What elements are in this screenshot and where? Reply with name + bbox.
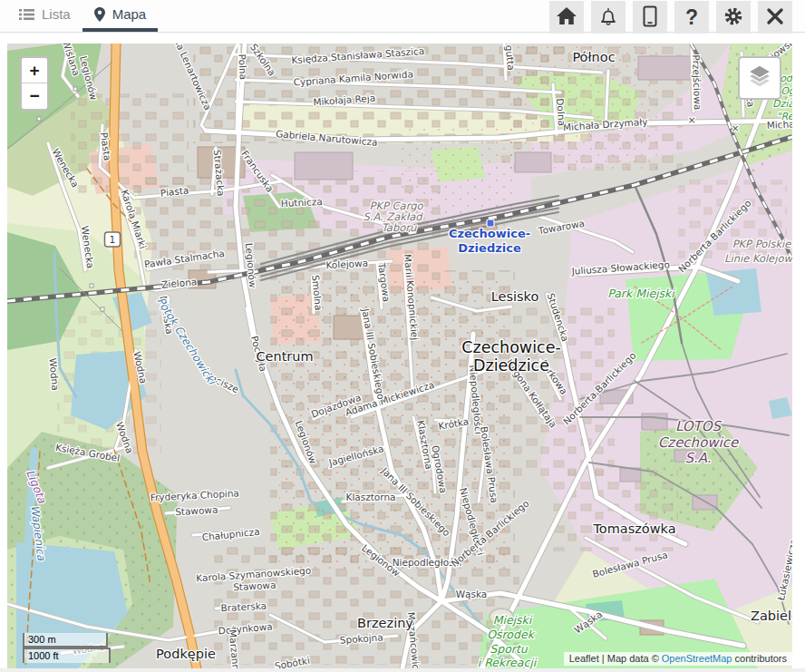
map-label: LOTOS	[675, 418, 723, 434]
map-canvas[interactable]: 1 Księdza Stanisława StaszicaCypriana Ka…	[7, 44, 792, 668]
zoom-in-button[interactable]: +	[22, 58, 47, 83]
page: { "tab_bar": { "tabs": [ {"label": "List…	[0, 0, 805, 672]
attribution-mapdata: Map data ©	[607, 653, 662, 664]
map-label: Polna	[237, 54, 248, 80]
tab-lista[interactable]: Lista	[7, 0, 82, 32]
map-label: Dziedzice	[473, 356, 549, 375]
scale-imperial: 1000 ft	[23, 648, 111, 663]
zoom-out-button[interactable]: −	[22, 83, 47, 109]
map-label: Ośrodek	[487, 628, 535, 641]
map-label: od	[780, 73, 792, 84]
mobile-icon	[643, 5, 657, 30]
svg-text:1: 1	[110, 235, 115, 245]
map-label: Og	[781, 85, 792, 97]
tab-mapa[interactable]: Mapa	[82, 0, 159, 32]
railway-station-icon	[487, 219, 494, 227]
openstreetmap-link[interactable]: OpenStreetMap	[662, 653, 732, 664]
attribution-divider: |	[599, 653, 607, 664]
map-label: S.A.	[684, 450, 711, 466]
map-pin-icon	[94, 7, 105, 22]
close-icon	[766, 7, 784, 28]
map-label: Stawowa	[233, 579, 276, 592]
map-label: Miejski	[493, 613, 533, 627]
map-label: gutta	[504, 44, 517, 71]
top-bar: Lista Mapa ?	[0, 0, 805, 33]
zoom-control: + −	[20, 56, 49, 111]
map-label: Lesisko	[491, 289, 539, 304]
tab-mapa-label: Mapa	[112, 6, 147, 22]
layers-icon	[746, 63, 773, 93]
notifications-button[interactable]	[591, 1, 626, 34]
map-label: Stawowa	[175, 504, 218, 517]
map-label: Zabiele	[751, 609, 792, 623]
home-button[interactable]	[549, 1, 584, 34]
close-button[interactable]	[758, 1, 792, 34]
map-container[interactable]: 1 Księdza Stanisława StaszicaCypriana Ka…	[7, 44, 792, 668]
list-icon	[19, 8, 34, 21]
map-label: i Rekreacji	[478, 656, 538, 668]
map-label: Przejściowa	[691, 54, 703, 110]
toolbar: ?	[549, 0, 805, 32]
map-label: Północ	[572, 50, 615, 64]
map-label: Linie Kolejowe	[724, 252, 792, 265]
map-label: Czechowice-	[461, 338, 560, 356]
map-label: Klasztorna	[346, 492, 396, 502]
scale-control: 300 m 1000 ft	[23, 633, 111, 663]
map-label: Czechowice-	[449, 227, 530, 240]
settings-button[interactable]	[716, 1, 751, 34]
map-label: Dziedzice	[458, 241, 521, 255]
map-label: Taboru	[382, 221, 417, 234]
map-label: Tomaszówka	[592, 521, 675, 536]
map-label: ×	[687, 114, 695, 126]
gear-icon	[723, 5, 744, 30]
home-icon	[556, 6, 577, 29]
map-label: Podkępie	[156, 647, 216, 661]
help-icon: ?	[685, 5, 698, 30]
map-label: "Re	[777, 111, 792, 122]
attribution-contributors: contributors	[732, 653, 787, 664]
map-label: ×	[731, 122, 739, 134]
help-button[interactable]: ?	[674, 1, 709, 34]
layers-control[interactable]	[738, 56, 781, 100]
mobile-button[interactable]	[633, 1, 667, 34]
map-label: Centrum	[256, 349, 313, 364]
map-label: Wąska	[456, 589, 488, 599]
attribution-leaflet: Leaflet	[569, 653, 599, 664]
scale-metric: 300 m	[23, 633, 108, 648]
map-label: Czechowice	[658, 434, 740, 451]
map-label: PKP Polskie	[732, 238, 792, 250]
road-number-shield: 1	[105, 232, 121, 247]
map-label: Hutnicza	[281, 196, 324, 209]
page-bottom-margin	[0, 668, 805, 672]
bell-icon	[598, 5, 618, 29]
map-label: Kolejowa	[325, 258, 368, 270]
map-label: Brzeziny	[357, 616, 413, 630]
map-label: Park Miejski	[607, 287, 675, 300]
map-label: Sportu	[490, 642, 529, 656]
tab-lista-label: Lista	[42, 6, 71, 22]
attribution: Leaflet | Map data © OpenStreetMap contr…	[564, 652, 792, 666]
